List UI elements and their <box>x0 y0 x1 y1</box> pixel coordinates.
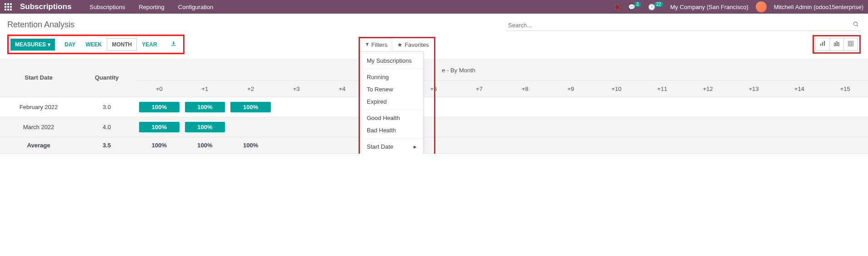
filter-expired[interactable]: Expired <box>360 95 423 108</box>
cell-value <box>731 137 777 153</box>
col-offset: +11 <box>639 80 685 97</box>
cell-value <box>685 97 731 117</box>
cell-value <box>456 137 502 153</box>
period-week[interactable]: WEEK <box>80 38 107 51</box>
nav-right: 🐞 💬3 🕒22 My Company (San Francisco) Mitc… <box>614 1 863 12</box>
cell-value <box>731 117 777 137</box>
row-quantity: 3.0 <box>77 97 136 117</box>
search-icon[interactable] <box>853 21 859 29</box>
cell-value <box>502 117 548 137</box>
cell-value: 100% <box>136 97 182 117</box>
cell-value: 100% <box>136 117 182 137</box>
svg-rect-3 <box>822 42 823 46</box>
search-input[interactable] <box>506 20 861 31</box>
filter-icon <box>365 41 369 48</box>
filter-end-date[interactable]: End Date▸ <box>360 153 423 154</box>
filter-start-date[interactable]: Start Date▸ <box>360 141 423 153</box>
company-name[interactable]: My Company (San Francisco) <box>670 4 748 10</box>
nav-left: Subscriptions Subscriptions Reporting Co… <box>5 2 213 11</box>
filters-panel: Filters ★ Favorites My Subscriptions Run… <box>359 37 435 154</box>
col-offset: +3 <box>274 80 319 97</box>
col-offset: +7 <box>456 80 502 97</box>
tab-favorites-label: Favorites <box>404 41 429 48</box>
cell-value <box>822 117 868 137</box>
row-label: March 2022 <box>0 117 77 137</box>
top-navbar: Subscriptions Subscriptions Reporting Co… <box>0 0 868 14</box>
filters-panel-wrapper: Filters ★ Favorites My Subscriptions Run… <box>359 37 435 154</box>
cell-value <box>777 117 823 137</box>
bug-icon[interactable]: 🐞 <box>614 4 621 10</box>
svg-rect-5 <box>834 43 835 46</box>
cell-value <box>639 137 685 153</box>
cell-value <box>274 117 319 137</box>
svg-rect-7 <box>838 43 839 46</box>
svg-rect-4 <box>824 41 825 46</box>
col-offset: +2 <box>228 80 274 97</box>
filter-bad-health[interactable]: Bad Health <box>360 124 423 136</box>
period-month[interactable]: MONTH <box>107 38 137 51</box>
cell-value <box>731 97 777 117</box>
view-cohort-icon[interactable] <box>830 38 844 51</box>
nav-reporting[interactable]: Reporting <box>139 4 164 10</box>
cell-value: 100% <box>136 137 182 153</box>
col-quantity: Quantity <box>77 59 136 97</box>
tab-filters[interactable]: Filters <box>360 38 392 51</box>
filter-my-subscriptions[interactable]: My Subscriptions <box>360 55 423 67</box>
user-name[interactable]: Mitchell Admin (odoo15enterprise) <box>774 4 863 10</box>
activity-badge: 22 <box>654 2 663 7</box>
view-list-icon[interactable] <box>844 38 858 51</box>
cell-value <box>548 137 594 153</box>
cell-value <box>502 137 548 153</box>
col-offset: +12 <box>685 80 731 97</box>
messages-icon[interactable]: 💬3 <box>628 4 641 10</box>
nav-subscriptions[interactable]: Subscriptions <box>90 4 125 10</box>
view-bar-icon[interactable] <box>815 38 830 51</box>
cell-value <box>274 97 319 117</box>
table-area: e - By Month Start Date Quantity +0+1+2+… <box>0 59 868 154</box>
subheader: Retention Analysis <box>0 14 868 35</box>
view-switcher <box>813 35 861 54</box>
filter-to-renew[interactable]: To Renew <box>360 83 423 95</box>
col-offset: +13 <box>731 80 777 97</box>
period-year[interactable]: YEAR <box>137 38 162 51</box>
cell-value <box>228 117 274 137</box>
cell-value <box>594 97 639 117</box>
col-offset: +1 <box>182 80 228 97</box>
cell-value <box>456 97 502 117</box>
cell-value <box>594 137 639 153</box>
row-quantity: 3.5 <box>77 137 136 153</box>
avatar[interactable] <box>756 1 767 12</box>
filter-running[interactable]: Running <box>360 71 423 83</box>
caret-down-icon: ▾ <box>48 41 50 48</box>
period-day[interactable]: DAY <box>60 38 80 51</box>
left-controls: MEASURES ▾ DAY WEEK MONTH YEAR <box>7 35 185 54</box>
svg-point-0 <box>853 22 857 25</box>
tab-favorites[interactable]: ★ Favorites <box>392 38 434 51</box>
nav-configuration[interactable]: Configuration <box>178 4 213 10</box>
svg-rect-6 <box>836 41 837 45</box>
cell-value <box>502 97 548 117</box>
col-offset: +14 <box>777 80 823 97</box>
apps-icon[interactable] <box>5 3 12 10</box>
row-label: Average <box>0 137 77 153</box>
row-label: February 2022 <box>0 97 77 117</box>
download-button[interactable] <box>166 38 181 51</box>
svg-line-1 <box>857 25 858 27</box>
col-offset: +15 <box>822 80 868 97</box>
measures-button[interactable]: MEASURES ▾ <box>10 39 55 50</box>
cell-value <box>639 117 685 137</box>
star-icon: ★ <box>397 41 403 48</box>
measures-label: MEASURES <box>15 41 46 48</box>
cell-value <box>548 117 594 137</box>
cell-value <box>685 137 731 153</box>
filters-tabs: Filters ★ Favorites <box>360 38 434 51</box>
cell-value <box>548 97 594 117</box>
activity-icon[interactable]: 🕒22 <box>648 4 663 10</box>
cell-value: 100% <box>182 137 228 153</box>
filter-good-health[interactable]: Good Health <box>360 112 423 124</box>
messages-badge: 3 <box>634 2 641 7</box>
app-name[interactable]: Subscriptions <box>20 2 71 11</box>
col-offset: +8 <box>502 80 548 97</box>
search-area <box>506 20 861 31</box>
cell-value <box>822 137 868 153</box>
